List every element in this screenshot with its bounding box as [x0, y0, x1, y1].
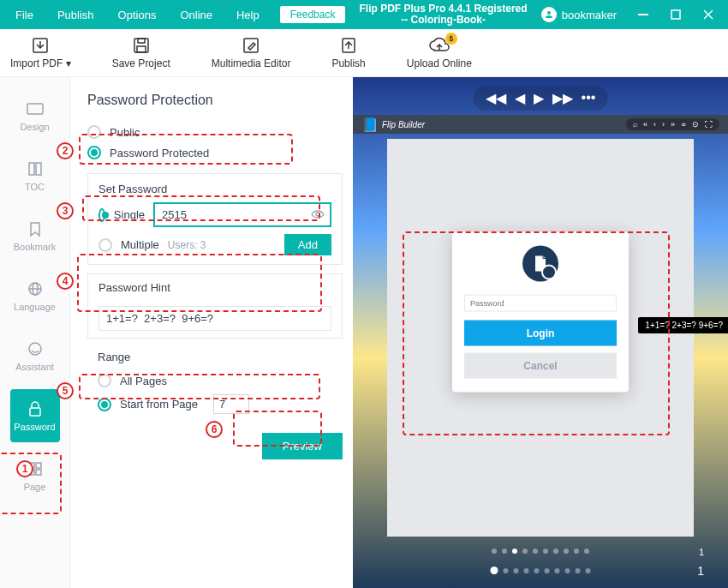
all-pages-option[interactable]: All Pages [98, 370, 332, 391]
content-panel: Password Protection Public Password Prot… [70, 77, 353, 588]
brand-icon: 📘 [361, 117, 379, 133]
sidebar-item-bookmark[interactable]: Bookmark [10, 209, 60, 262]
search-mini-icon[interactable]: ⌕ [633, 120, 637, 129]
radio-single[interactable] [98, 208, 105, 222]
radio-password-protected[interactable] [87, 146, 101, 159]
svg-rect-9 [137, 46, 146, 52]
prev-mini-icon[interactable]: ‹ [653, 120, 656, 129]
close-button[interactable] [692, 0, 725, 29]
page-number-top: 1 [699, 547, 704, 557]
user-account[interactable]: bookmaker [541, 7, 617, 22]
sidebar-item-page[interactable]: Page [10, 449, 60, 502]
password-hint-section: Password Hint [87, 273, 343, 339]
start-from-page-option[interactable]: Start from Page [98, 391, 332, 417]
brand-text: Flip Builder [382, 120, 425, 129]
preview-button[interactable]: Preview [262, 433, 343, 459]
upload-online-button[interactable]: Upload Online [407, 36, 472, 69]
publish-icon [339, 36, 358, 55]
annotation-5: 5 [57, 382, 74, 399]
radio-all-pages[interactable] [98, 374, 111, 387]
page-number-bottom: 1 [697, 564, 704, 578]
svg-point-26 [316, 213, 319, 216]
public-option[interactable]: Public [87, 122, 343, 142]
menu-file[interactable]: File [3, 2, 45, 28]
last-mini-icon[interactable]: » [671, 120, 675, 129]
edit-icon [242, 36, 260, 55]
set-password-label: Set Password [98, 183, 331, 195]
more-icon[interactable]: ••• [582, 90, 596, 106]
cancel-button[interactable]: Cancel [464, 353, 617, 379]
feedback-button[interactable]: Feedback [280, 6, 346, 23]
users-count: Users: 3 [168, 239, 276, 251]
start-page-input[interactable] [213, 394, 249, 414]
svg-rect-21 [30, 408, 40, 416]
sidebar-item-toc[interactable]: TOC [10, 149, 60, 202]
share-mini-icon[interactable]: ∝ [681, 120, 686, 129]
svg-rect-15 [29, 163, 34, 175]
design-icon [26, 99, 45, 118]
annotation-4: 4 [57, 273, 74, 290]
add-button[interactable]: Add [284, 234, 331, 255]
titlebar: File Publish Options Online Help Feedbac… [0, 0, 728, 29]
save-project-button[interactable]: Save Project [112, 36, 170, 69]
multiple-label: Multiple [121, 238, 159, 251]
sidebar-item-password[interactable]: Password [10, 389, 60, 442]
menu-options[interactable]: Options [106, 2, 169, 28]
bookmark-icon [27, 219, 43, 238]
svg-point-20 [29, 343, 41, 355]
annotation-1: 1 [16, 460, 33, 477]
range-label: Range [98, 351, 332, 363]
password-protected-option[interactable]: Password Protected [87, 142, 343, 163]
panel-heading: Password Protection [87, 93, 343, 108]
radio-public[interactable] [87, 125, 101, 139]
fullscreen-mini-icon[interactable]: ⛶ [705, 120, 713, 129]
svg-rect-1 [638, 14, 648, 15]
menu-bar: File Publish Options Online Help [3, 2, 272, 28]
upload-icon [428, 36, 451, 55]
menu-publish[interactable]: Publish [45, 2, 106, 28]
sidebar-item-design[interactable]: Design [10, 89, 60, 142]
next-page-icon[interactable]: ▶ [534, 90, 544, 106]
svg-rect-16 [36, 163, 41, 175]
sidebar-item-assistant[interactable]: Assistant [10, 329, 60, 382]
menu-help[interactable]: Help [224, 2, 272, 28]
first-mini-icon[interactable]: « [643, 120, 647, 129]
import-icon [30, 36, 51, 55]
password-input[interactable] [153, 202, 331, 227]
save-icon [132, 36, 151, 55]
eye-icon[interactable] [311, 207, 325, 223]
annotation-3: 3 [57, 202, 74, 219]
menu-online[interactable]: Online [168, 2, 224, 28]
minimize-button[interactable] [627, 0, 659, 29]
maximize-button[interactable] [659, 0, 692, 29]
page-dots-bottom [491, 567, 591, 574]
sound-mini-icon[interactable]: ⊙ [692, 120, 699, 129]
flip-header: 📘 Flip Builder ⌕ « ‹ › » ∝ ⊙ ⛶ [353, 115, 728, 134]
import-pdf-button[interactable]: Import PDF ▾ [10, 36, 71, 69]
radio-multiple[interactable] [98, 238, 112, 252]
lock-icon [27, 399, 43, 418]
svg-rect-14 [27, 104, 43, 114]
radio-start-from[interactable] [98, 398, 111, 411]
preview-pager: ◀◀ ◀ ▶ ▶▶ ••• [474, 86, 608, 111]
annotation-2: 2 [57, 142, 74, 159]
hint-tooltip: 1+1=? 2+3=? 9+6=? [638, 317, 728, 333]
toc-icon [27, 159, 44, 178]
prev-page-icon[interactable]: ◀ [515, 90, 525, 106]
login-password-input[interactable] [464, 295, 617, 312]
preview-pane: ◀◀ ◀ ▶ ▶▶ ••• 📘 Flip Builder ⌕ « ‹ › » ∝… [353, 77, 728, 588]
last-page-icon[interactable]: ▶▶ [552, 90, 573, 106]
multimedia-editor-button[interactable]: Multimedia Editor [212, 36, 291, 69]
hint-input[interactable] [98, 306, 331, 331]
sidebar-item-language[interactable]: Language [10, 269, 60, 322]
login-button[interactable]: Login [464, 321, 617, 346]
flip-toolbar: ⌕ « ‹ › » ∝ ⊙ ⛶ [626, 118, 719, 130]
window-controls [627, 0, 725, 29]
single-label: Single [114, 208, 145, 221]
hint-label: Password Hint [98, 281, 331, 294]
first-page-icon[interactable]: ◀◀ [486, 90, 506, 106]
user-icon [541, 7, 557, 22]
svg-point-0 [547, 11, 551, 15]
publish-button[interactable]: Publish [331, 36, 365, 69]
next-mini-icon[interactable]: › [662, 120, 665, 129]
